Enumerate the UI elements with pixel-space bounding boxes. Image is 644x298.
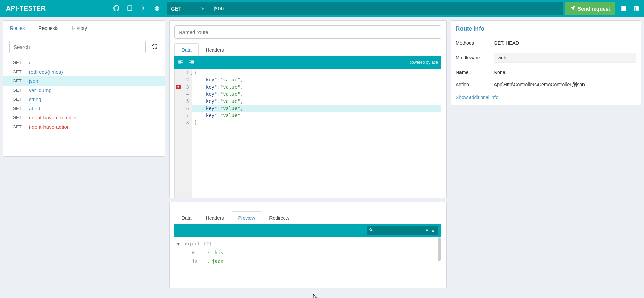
route-item[interactable]: GETstring — [3, 95, 165, 104]
result-search[interactable]: ▼ ▲ — [367, 226, 438, 235]
caret-down-icon[interactable]: ▼ — [177, 241, 183, 246]
route-item[interactable]: GET/ — [3, 58, 165, 67]
route-path: / — [29, 60, 30, 66]
info-row: NameNone. — [456, 66, 636, 78]
route-path: abort — [29, 106, 40, 111]
refresh-icon[interactable] — [151, 42, 159, 52]
route-item[interactable]: GETi-dont-have-action — [3, 122, 165, 131]
show-additional-link[interactable]: Show additional info — [456, 91, 498, 100]
route-item[interactable]: GETjson — [3, 76, 165, 86]
info-value: App\Http\Controllers\DemoController@json — [494, 82, 636, 87]
search-icon — [369, 228, 373, 234]
route-item[interactable]: GETvar_dump — [3, 86, 165, 95]
json-row: 0:this — [177, 248, 441, 257]
info-label: Middleware — [456, 55, 494, 60]
info-label: Methods — [456, 40, 494, 46]
search-next-icon[interactable]: ▼ — [424, 227, 430, 234]
editor-tab-data[interactable]: Data — [174, 43, 199, 56]
save-icon[interactable] — [617, 2, 630, 15]
indent-left-icon[interactable] — [178, 59, 184, 66]
info-row: ActionApp\Http\Controllers\DemoControlle… — [456, 78, 636, 91]
route-path: string — [29, 96, 41, 102]
paper-plane-icon — [570, 5, 576, 12]
route-path: i-dont-have-action — [29, 124, 70, 130]
named-route-input[interactable] — [174, 25, 441, 39]
info-row: Middlewareweb — [456, 49, 636, 66]
book-icon[interactable] — [127, 5, 133, 12]
result-tab-headers[interactable]: Headers — [199, 211, 231, 224]
route-method: GET — [13, 88, 25, 93]
info-value: GET, HEAD — [494, 40, 636, 46]
result-tab-preview[interactable]: Preview — [231, 211, 262, 224]
topbar-icons — [113, 5, 160, 12]
result-toolbar: ▼ ▲ — [174, 224, 441, 237]
route-path: redirect/{times} — [29, 69, 63, 75]
chevron-down-icon — [201, 6, 205, 12]
scrollbar-thumb[interactable] — [438, 237, 441, 261]
indent-right-icon[interactable] — [189, 59, 195, 66]
app-logo: API-TESTER — [6, 5, 113, 12]
route-item[interactable]: GETredirect/{times} — [3, 67, 165, 76]
result-tabs: DataHeadersPreviewRedirects — [174, 211, 441, 224]
info-row: MethodsGET, HEAD — [456, 37, 636, 49]
github-icon[interactable] — [113, 5, 119, 12]
info-value: None. — [494, 70, 636, 75]
route-path: json — [29, 78, 38, 84]
topbar: API-TESTER GET Send request — [0, 0, 644, 17]
sidebar-tabs: RoutesRequestsHistory — [3, 21, 165, 36]
route-method: GET — [13, 69, 25, 74]
method-value: GET — [171, 6, 181, 12]
route-method: GET — [13, 115, 25, 120]
json-row: is:json — [177, 257, 441, 266]
powered-label: powered by ace — [409, 60, 438, 65]
route-path: i-dont-have-controller — [29, 115, 77, 120]
editor-tabs: DataHeaders — [174, 43, 441, 56]
info-label: Name — [456, 70, 494, 75]
sidebar-tab-requests[interactable]: Requests — [32, 21, 65, 36]
json-preview: ▼ object {2} 0:thisis:json — [174, 237, 441, 288]
info-label: Action — [456, 82, 494, 87]
sidebar-tab-routes[interactable]: Routes — [3, 21, 32, 36]
route-method: GET — [13, 60, 25, 65]
send-label: Send request — [578, 6, 610, 12]
method-select[interactable]: GET — [167, 2, 209, 15]
route-method: GET — [13, 124, 25, 129]
search-prev-icon[interactable]: ▲ — [430, 227, 436, 234]
route-method: GET — [13, 106, 25, 111]
route-item[interactable]: GETi-dont-have-controller — [3, 113, 165, 122]
editor-toolbar: powered by ace — [174, 56, 441, 69]
route-method: GET — [13, 97, 25, 102]
route-method: GET — [13, 78, 25, 83]
route-info-title: Route Info — [456, 25, 636, 32]
route-list: GET/GETredirect/{times}GETjsonGETvar_dum… — [3, 58, 165, 131]
info-value: web — [494, 53, 636, 63]
code-editor[interactable]: 1▾23✖45678 { "key":"value", "key":"value… — [174, 69, 441, 198]
bug-icon[interactable] — [154, 5, 160, 12]
result-tab-data[interactable]: Data — [174, 211, 199, 224]
topbar-right — [617, 2, 644, 15]
result-search-input[interactable] — [375, 226, 422, 235]
url-input[interactable] — [209, 2, 563, 15]
send-request-button[interactable]: Send request — [565, 2, 615, 15]
sidebar-tab-history[interactable]: History — [66, 21, 94, 36]
postman-icon[interactable] — [140, 5, 146, 12]
route-path: var_dump — [29, 87, 52, 93]
editor-tab-headers[interactable]: Headers — [199, 43, 231, 56]
search-input[interactable] — [9, 41, 146, 53]
result-tab-redirects[interactable]: Redirects — [262, 211, 296, 224]
route-item[interactable]: GETabort — [3, 104, 165, 113]
copy-icon[interactable] — [630, 2, 644, 15]
json-root-label: object {2} — [183, 241, 212, 246]
